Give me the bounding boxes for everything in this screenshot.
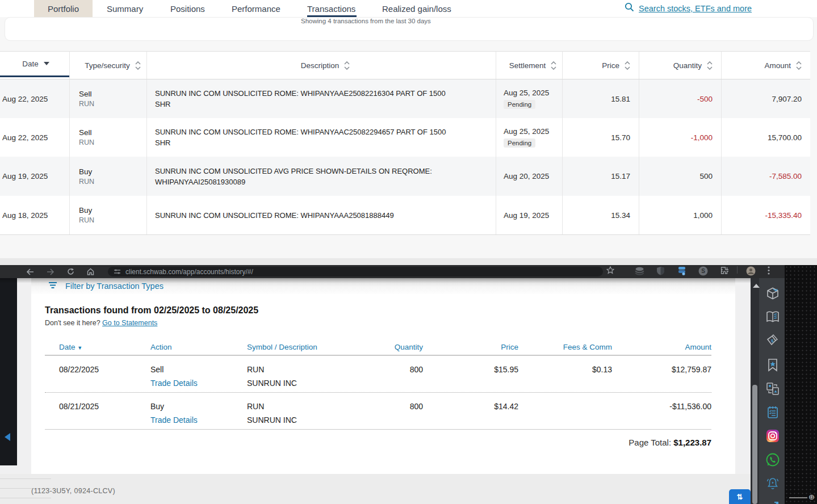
col-header-date[interactable]: Date ▼ bbox=[45, 343, 150, 351]
menu-dots-icon[interactable] bbox=[768, 266, 770, 275]
address-bar[interactable]: client.schwab.com/app/accounts/history/#… bbox=[108, 267, 603, 276]
status-badge: Pending bbox=[504, 100, 535, 109]
col-header-settlement[interactable]: Settlement bbox=[496, 52, 562, 79]
page-total-value: $1,223.87 bbox=[673, 438, 711, 447]
tab-transactions[interactable]: Transactions bbox=[307, 0, 355, 17]
bookmark-star-icon[interactable] bbox=[765, 357, 780, 372]
svg-text:$: $ bbox=[771, 338, 774, 343]
divider bbox=[0, 478, 51, 479]
cell-price: $15.95 bbox=[423, 363, 518, 392]
panel-collapse-arrow-icon[interactable] bbox=[5, 433, 10, 441]
zoom-in-icon[interactable]: ⊕ bbox=[808, 493, 815, 501]
cell-amount: 7,907.20 bbox=[721, 79, 810, 118]
cell-settlement: Aug 20, 2025 bbox=[496, 157, 562, 196]
col-header-price[interactable]: Price bbox=[562, 52, 639, 79]
file-transfer-icon[interactable] bbox=[765, 381, 780, 396]
search-stocks-link[interactable]: Search stocks, ETFs and more bbox=[625, 2, 752, 14]
tab-realized-gain-loss[interactable]: Realized gain/loss bbox=[382, 0, 451, 17]
extensions-puzzle-icon[interactable] bbox=[720, 266, 728, 275]
portfolio-tabbar: Portfolio Summary Positions Performance … bbox=[0, 0, 817, 17]
cell-price: 15.81 bbox=[562, 79, 639, 118]
cell-quantity: -1,000 bbox=[639, 118, 721, 157]
desktop-background bbox=[785, 265, 817, 504]
cell-description: SUNRUN INC COM UNSOLICITED ROME: WHIPANY… bbox=[146, 118, 496, 157]
col-header-amount: Amount bbox=[612, 343, 711, 351]
sort-icon bbox=[796, 61, 802, 70]
cell-action: Sell Trade Details bbox=[150, 363, 247, 392]
col-header-quantity[interactable]: Quantity bbox=[639, 52, 721, 79]
tab-positions[interactable]: Positions bbox=[170, 0, 205, 17]
cell-price: $14.42 bbox=[423, 400, 518, 429]
checklist-notepad-icon[interactable] bbox=[765, 404, 780, 419]
home-icon[interactable] bbox=[87, 268, 94, 275]
scroll-up-icon[interactable] bbox=[753, 284, 760, 288]
cell-description: SUNRUN INC COM UNSOLICITED ROME: WHIPANY… bbox=[146, 196, 496, 234]
dont-see-text: Don't see it here? bbox=[45, 319, 100, 327]
col-header-amount[interactable]: Amount bbox=[721, 52, 810, 79]
cell-settlement: Aug 25, 2025 Pending bbox=[496, 79, 562, 118]
price-tags-icon[interactable]: $ bbox=[765, 333, 780, 348]
open-book-icon[interactable] bbox=[765, 309, 780, 325]
trade-details-link[interactable]: Trade Details bbox=[150, 376, 247, 390]
table-row[interactable]: Aug 22, 2025 Sell RUN SUNRUN INC COM UNS… bbox=[0, 118, 810, 157]
col-header-fees: Fees & Comm bbox=[518, 343, 612, 351]
col-header-description[interactable]: Description bbox=[146, 52, 496, 79]
extension-s-badge-icon[interactable]: S bbox=[698, 266, 708, 276]
cell-date: 08/21/2025 bbox=[45, 400, 150, 429]
package-box-icon[interactable] bbox=[765, 285, 780, 301]
col-header-date[interactable]: Date bbox=[0, 52, 69, 77]
cell-fees bbox=[518, 400, 612, 429]
refresh-icon[interactable] bbox=[67, 268, 74, 275]
cell-date: Aug 22, 2025 bbox=[0, 118, 69, 157]
col-header-quantity: Quantity bbox=[363, 343, 423, 351]
cell-quantity: 800 bbox=[363, 363, 423, 392]
trade-details-link[interactable]: Trade Details bbox=[150, 413, 247, 427]
cell-type: Sell RUN bbox=[69, 79, 146, 118]
table-row[interactable]: Aug 18, 2025 Buy RUN SUNRUN INC COM UNSO… bbox=[0, 196, 810, 234]
table-row: 08/22/2025 Sell Trade Details RUN SUNRUN… bbox=[45, 356, 711, 393]
forward-icon[interactable] bbox=[47, 268, 55, 275]
extension-shield-icon[interactable] bbox=[656, 266, 665, 275]
svg-text:S: S bbox=[701, 268, 705, 274]
go-to-statements-link[interactable]: Go to Statements bbox=[102, 319, 157, 327]
sort-icon bbox=[625, 61, 630, 70]
notification-bell-icon[interactable] bbox=[765, 476, 780, 491]
cell-amount: $12,759.87 bbox=[612, 363, 711, 392]
schwab-transactions-table: Date ▼ Action Symbol / Description Quant… bbox=[45, 339, 711, 430]
cell-settlement: Aug 25, 2025 Pending bbox=[496, 118, 562, 157]
instagram-icon[interactable] bbox=[765, 428, 780, 443]
col-header-type[interactable]: Type/security bbox=[69, 52, 146, 79]
site-settings-icon[interactable] bbox=[114, 267, 121, 277]
col-header-price: Price bbox=[423, 343, 518, 351]
sort-fab-button[interactable]: ⇅ bbox=[729, 489, 751, 504]
tab-portfolio[interactable]: Portfolio bbox=[34, 0, 93, 17]
table-row[interactable]: Aug 19, 2025 Buy RUN SUNRUN INC COM UNSO… bbox=[0, 157, 810, 196]
profile-avatar[interactable] bbox=[746, 266, 756, 276]
cell-description: SUNRUN INC COM UNSOLICITED AVG PRICE SHO… bbox=[146, 157, 496, 196]
cell-date: Aug 19, 2025 bbox=[0, 157, 69, 196]
schwab-table-header: Date ▼ Action Symbol / Description Quant… bbox=[45, 339, 711, 356]
back-icon[interactable] bbox=[26, 268, 34, 275]
cell-date: Aug 18, 2025 bbox=[0, 196, 69, 234]
extension-layers-icon[interactable] bbox=[635, 266, 644, 275]
cell-amount: -$11,536.00 bbox=[612, 400, 711, 429]
col-header-action: Action bbox=[150, 343, 247, 351]
trend-chart-icon[interactable] bbox=[765, 498, 780, 504]
tab-performance[interactable]: Performance bbox=[232, 0, 280, 17]
cell-amount: -15,335.40 bbox=[721, 196, 810, 234]
extension-database-icon[interactable] bbox=[677, 266, 686, 275]
showing-transactions-text: Showing 4 transactions from the last 30 … bbox=[301, 18, 431, 24]
zoom-slider[interactable] bbox=[789, 497, 807, 498]
cell-date: 08/22/2025 bbox=[45, 363, 150, 392]
col-header-symbol-description: Symbol / Description bbox=[247, 343, 363, 351]
statements-subline: Don't see it here? Go to Statements bbox=[45, 319, 157, 327]
cell-price: 15.17 bbox=[562, 157, 639, 196]
bookmark-star-icon[interactable] bbox=[606, 266, 614, 274]
tab-summary[interactable]: Summary bbox=[107, 0, 143, 17]
cell-amount: -7,585.00 bbox=[721, 157, 810, 196]
scrollbar-thumb[interactable] bbox=[752, 385, 757, 504]
table-row[interactable]: Aug 22, 2025 Sell RUN SUNRUN INC COM UNS… bbox=[0, 79, 810, 118]
whatsapp-icon[interactable] bbox=[765, 452, 780, 467]
cell-symbol: RUN SUNRUN INC bbox=[247, 363, 363, 392]
page-total: Page Total: $1,223.87 bbox=[45, 438, 711, 447]
